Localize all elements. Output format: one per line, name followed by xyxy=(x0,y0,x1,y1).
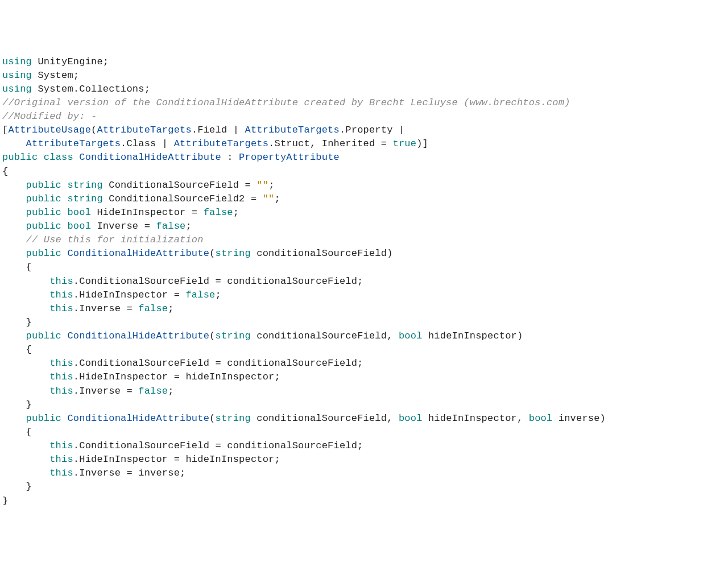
code-line: public ConditionalHideAttribute(string c… xyxy=(2,329,726,343)
code-token: ; xyxy=(215,290,221,300)
code-token: // Use this for initialization xyxy=(26,234,204,245)
code-token: AttributeTargets xyxy=(97,125,191,135)
code-token: .Struct, Inherited = xyxy=(268,138,392,149)
code-token: hideInInspector) xyxy=(423,330,523,341)
code-token: public xyxy=(26,221,61,232)
code-token: { xyxy=(2,344,32,355)
code-token xyxy=(61,413,67,424)
code-token: this xyxy=(49,454,73,465)
code-token xyxy=(61,193,67,204)
code-token: Inverse = xyxy=(91,221,156,232)
code-token: bool xyxy=(67,221,91,232)
code-line: } xyxy=(2,480,726,494)
code-token xyxy=(2,234,26,245)
code-token: ConditionalHideAttribute xyxy=(67,413,209,424)
code-token: this xyxy=(49,276,73,287)
code-token: inverse) xyxy=(552,413,606,424)
code-token: .Inverse = xyxy=(73,386,138,396)
code-token: "" xyxy=(263,193,275,204)
code-token: } xyxy=(2,495,8,506)
code-line: } xyxy=(2,316,726,329)
code-line: this.Inverse = false; xyxy=(2,302,726,316)
code-line: { xyxy=(2,425,726,439)
code-token: } xyxy=(2,399,32,410)
code-token: .HideInInspector = xyxy=(73,290,186,300)
code-token: this xyxy=(49,303,73,314)
code-token: false xyxy=(156,221,185,232)
code-token: string xyxy=(67,193,102,204)
code-token: ConditionalHideAttribute xyxy=(79,152,221,163)
code-token: using xyxy=(2,70,32,81)
code-token: this xyxy=(49,290,73,300)
code-line: this.ConditionalSourceField = conditiona… xyxy=(2,275,726,288)
code-token: ; xyxy=(168,386,173,396)
code-token: string xyxy=(215,330,250,341)
code-token: ConditionalSourceField = xyxy=(103,180,257,191)
code-token: bool xyxy=(399,413,423,424)
code-token xyxy=(61,180,67,191)
code-line: //Original version of the ConditionalHid… xyxy=(2,96,726,110)
code-token: } xyxy=(2,481,32,492)
code-token xyxy=(2,440,49,451)
code-token: false xyxy=(185,290,215,300)
code-token xyxy=(2,468,49,478)
code-token: .Inverse = xyxy=(73,303,138,314)
code-token: //Modified by: - xyxy=(2,111,97,122)
code-token: public xyxy=(26,413,61,424)
code-line: public string ConditionalSourceField = "… xyxy=(2,179,726,192)
code-token: this xyxy=(49,440,73,451)
code-token: ; xyxy=(185,221,191,232)
code-token: } xyxy=(2,317,32,328)
code-token xyxy=(73,152,79,163)
code-token: .HideInInspector = hideInInspector; xyxy=(73,454,280,465)
code-token: .ConditionalSourceField = conditionalSou… xyxy=(73,276,363,287)
code-token xyxy=(2,454,49,465)
code-token: ( xyxy=(209,413,215,424)
code-line: [AttributeUsage(AttributeTargets.Field |… xyxy=(2,123,726,137)
code-token xyxy=(61,248,67,259)
code-token: HideInInspector = xyxy=(91,207,204,218)
code-token: .Inverse = inverse; xyxy=(73,468,186,478)
code-token: { xyxy=(2,262,32,272)
code-token: public xyxy=(26,207,61,218)
code-line: public bool Inverse = false; xyxy=(2,220,726,233)
code-token xyxy=(2,413,26,424)
code-token: { xyxy=(2,427,32,437)
code-line: { xyxy=(2,343,726,357)
code-line: this.Inverse = inverse; xyxy=(2,466,726,480)
code-token: this xyxy=(49,386,73,396)
code-token: using xyxy=(2,56,32,67)
code-token xyxy=(2,290,49,300)
code-token: : xyxy=(221,152,239,163)
code-token: false xyxy=(204,207,233,218)
code-line: using System.Collections; xyxy=(2,82,726,96)
code-token: conditionalSourceField) xyxy=(251,248,393,259)
code-token xyxy=(2,193,26,204)
code-token: this xyxy=(49,468,73,478)
code-token: ; xyxy=(268,180,274,191)
code-token: this xyxy=(49,358,73,369)
code-token xyxy=(2,330,26,341)
code-token xyxy=(2,358,49,369)
code-line: { xyxy=(2,165,726,179)
code-line: this.HideInInspector = hideInInspector; xyxy=(2,370,726,384)
code-line: this.Inverse = false; xyxy=(2,385,726,398)
code-token xyxy=(2,180,26,191)
code-token: [ xyxy=(2,125,8,135)
code-line: public string ConditionalSourceField2 = … xyxy=(2,192,726,206)
code-line: this.HideInInspector = hideInInspector; xyxy=(2,453,726,466)
code-token xyxy=(2,371,49,382)
code-line: this.ConditionalSourceField = conditiona… xyxy=(2,439,726,453)
code-line: public bool HideInInspector = false; xyxy=(2,206,726,220)
code-line: using System; xyxy=(2,69,726,82)
code-token: public xyxy=(26,193,61,204)
code-token: ConditionalSourceField2 = xyxy=(103,193,263,204)
code-line: public ConditionalHideAttribute(string c… xyxy=(2,247,726,261)
code-token: .ConditionalSourceField = conditionalSou… xyxy=(73,358,363,369)
code-token: .Class | xyxy=(121,138,174,149)
code-token xyxy=(2,276,49,287)
code-token: string xyxy=(215,413,250,424)
code-token: hideInInspector, xyxy=(423,413,529,424)
code-token: UnityEngine; xyxy=(32,56,109,67)
code-token xyxy=(2,221,26,232)
